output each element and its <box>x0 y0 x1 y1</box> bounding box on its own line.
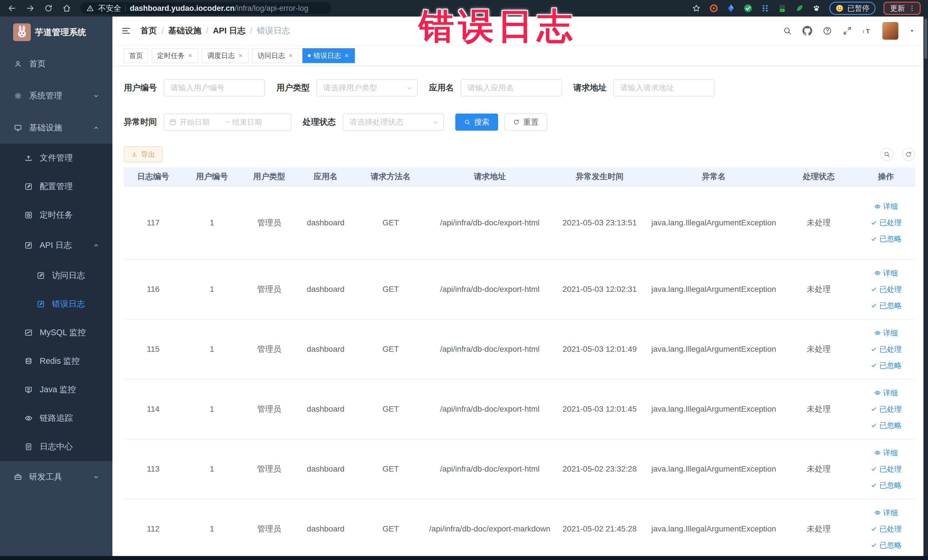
breadcrumb-item[interactable]: 首页 <box>140 25 157 37</box>
tab-tag-首页[interactable]: 首页 <box>124 48 148 63</box>
extension-off-badge-icon[interactable]: off <box>777 3 787 13</box>
sidebar-item-API 日志[interactable]: API 日志 <box>0 229 112 261</box>
column-header: 异常发生时间 <box>553 168 647 186</box>
refresh-table-button[interactable] <box>902 148 915 161</box>
action-详细[interactable]: 详细 <box>874 508 898 518</box>
tab-tag-错误日志[interactable]: 错误日志 <box>302 48 355 63</box>
action-已忽略[interactable]: 已忽略 <box>870 481 902 490</box>
breadcrumb-item[interactable]: 基础设施 <box>168 25 201 37</box>
hamburger-icon[interactable] <box>121 26 131 36</box>
sidebar-item-Redis 监控[interactable]: Redis 监控 <box>0 347 112 375</box>
check <box>870 286 877 293</box>
cell-app: dashboard <box>297 259 354 319</box>
bookmark-star-icon[interactable] <box>692 4 701 13</box>
sidebar-item-定时任务[interactable]: 定时任务 <box>0 201 112 229</box>
table-body: 1171管理员dashboardGET/api/infra/db-doc/exp… <box>124 186 915 559</box>
sidebar-item-label: 基础设施 <box>29 122 62 134</box>
sidebar-logo-row[interactable]: 芋道管理系统 <box>0 17 112 48</box>
action-已忽略[interactable]: 已忽略 <box>870 540 902 550</box>
font-size-icon[interactable]: tT <box>862 26 872 36</box>
sidebar-item-文件管理[interactable]: 文件管理 <box>0 144 112 172</box>
end-date-input[interactable] <box>232 118 275 127</box>
action-已忽略[interactable]: 已忽略 <box>870 360 902 371</box>
header-search-icon[interactable] <box>783 26 792 36</box>
page-scrollbar[interactable] <box>923 17 928 556</box>
github-icon[interactable] <box>803 26 812 36</box>
browser-reload-icon[interactable] <box>44 4 53 13</box>
filter-label: 用户编号 <box>124 82 157 93</box>
download-icon <box>131 151 137 157</box>
sidebar-item-Java 监控[interactable]: Java 监控 <box>0 375 112 404</box>
tab-tag-访问日志[interactable]: 访问日志 <box>252 48 299 63</box>
action-详细[interactable]: 详细 <box>874 328 898 338</box>
search-button[interactable]: 搜索 <box>455 113 498 131</box>
user-avatar[interactable] <box>882 22 898 40</box>
action-已处理[interactable]: 已处理 <box>870 344 902 354</box>
action-已忽略[interactable]: 已忽略 <box>870 421 902 430</box>
extension-paw-icon[interactable] <box>812 3 821 13</box>
extension-target-icon[interactable] <box>709 3 719 13</box>
sidebar-item-错误日志[interactable]: 错误日志 <box>0 290 112 318</box>
filter-label: 异常时间 <box>124 116 157 128</box>
action-已处理[interactable]: 已处理 <box>870 464 902 474</box>
action-详细[interactable]: 详细 <box>874 268 898 278</box>
date-range-picker[interactable]: ~ <box>164 113 291 131</box>
sidebar-item-基础设施[interactable]: 基础设施 <box>0 112 112 144</box>
sidebar-item-MySQL 监控[interactable]: MySQL 监控 <box>0 318 112 347</box>
request-url-input[interactable] <box>614 79 714 96</box>
avatar-caret-down-icon[interactable] <box>908 27 916 34</box>
column-header: 请求方法名 <box>354 168 427 186</box>
scrollbar-thumb[interactable] <box>924 19 927 59</box>
extension-green-check-icon[interactable] <box>743 3 753 13</box>
tab-tag-定时任务[interactable]: 定时任务 <box>152 48 198 63</box>
action-已忽略[interactable]: 已忽略 <box>870 301 902 311</box>
browser-forward-icon[interactable] <box>26 4 35 13</box>
page-content: 用户编号 用户类型 应用名 请求 <box>112 66 928 560</box>
export-button[interactable]: 导出 <box>124 146 163 162</box>
sidebar-item-系统管理[interactable]: 系统管理 <box>0 80 112 112</box>
action-已处理[interactable]: 已处理 <box>870 404 902 414</box>
extension-kite-icon[interactable] <box>726 3 736 13</box>
process-status-select[interactable] <box>343 113 444 131</box>
user-id-input[interactable] <box>164 79 265 96</box>
translate-status-label: 已暂停 <box>847 3 870 14</box>
sidebar-item-label: 系统管理 <box>29 90 62 102</box>
sidebar-item-研发工具[interactable]: 研发工具 <box>0 461 112 493</box>
toggle-search-button[interactable] <box>881 148 893 161</box>
cell-app: dashboard <box>297 379 354 439</box>
browser-update-button[interactable]: 更新 <box>884 2 920 15</box>
cell-exception: java.lang.IllegalArgumentException <box>647 319 781 379</box>
action-已处理[interactable]: 已处理 <box>870 284 902 294</box>
fullscreen-icon[interactable] <box>843 26 852 36</box>
sidebar-item-首页[interactable]: 首页 <box>0 48 112 80</box>
browser-back-icon[interactable] <box>8 4 17 13</box>
help-icon[interactable] <box>823 26 832 36</box>
sidebar-item-链路追踪[interactable]: 链路追踪 <box>0 404 112 432</box>
browser-menu-icon[interactable] <box>908 5 916 12</box>
tab-tag-调度日志[interactable]: 调度日志 <box>202 48 249 63</box>
extension-leaf-icon[interactable] <box>795 3 804 13</box>
reset-button[interactable]: 重置 <box>504 113 547 131</box>
close-icon[interactable] <box>238 53 243 58</box>
action-详细[interactable]: 详细 <box>874 388 898 398</box>
cell-status: 未处理 <box>781 319 857 379</box>
action-详细[interactable]: 详细 <box>874 201 898 211</box>
action-已处理[interactable]: 已处理 <box>870 524 902 534</box>
user-type-select[interactable] <box>316 79 418 96</box>
close-icon[interactable] <box>344 53 350 58</box>
extension-grid-icon[interactable] <box>760 3 770 13</box>
start-date-input[interactable] <box>180 118 223 127</box>
app-name-input[interactable] <box>461 79 562 96</box>
action-详细[interactable]: 详细 <box>874 448 898 458</box>
breadcrumb-item[interactable]: API 日志 <box>213 25 245 37</box>
close-icon[interactable] <box>188 53 193 58</box>
browser-home-icon[interactable] <box>62 4 71 13</box>
address-bar[interactable]: 不安全 dashboard.yudao.iocoder.cn/infra/log… <box>81 2 331 14</box>
close-icon[interactable] <box>288 53 293 58</box>
action-已忽略[interactable]: 已忽略 <box>870 234 902 244</box>
action-已处理[interactable]: 已处理 <box>870 218 902 227</box>
sidebar-item-访问日志[interactable]: 访问日志 <box>0 261 112 290</box>
sidebar-item-配置管理[interactable]: 配置管理 <box>0 172 112 201</box>
translate-extension-pill[interactable]: 已暂停 <box>829 2 876 15</box>
sidebar-item-日志中心[interactable]: 日志中心 <box>0 432 112 461</box>
